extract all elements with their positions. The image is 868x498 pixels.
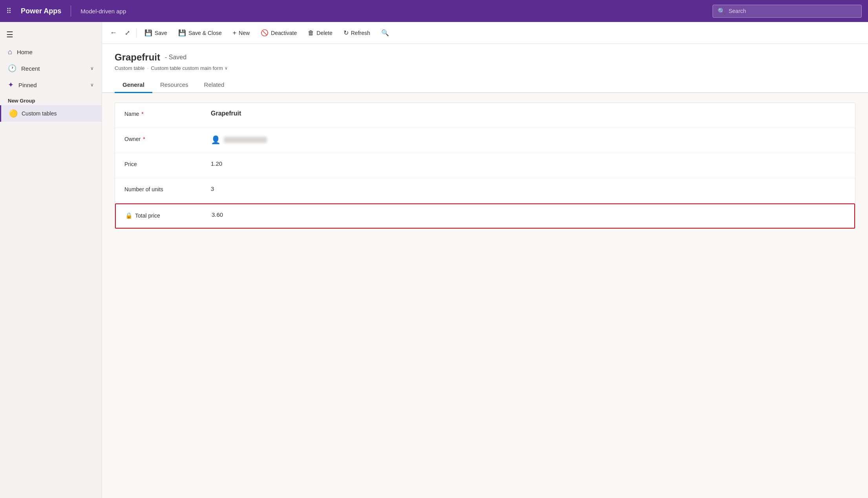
search-bar[interactable]: 🔍 [713, 5, 862, 18]
sidebar-item-pinned[interactable]: ✦ Pinned ∨ [0, 77, 102, 93]
form-row-owner: Owner* 👤 [115, 128, 855, 153]
owner-label: Owner* [124, 135, 211, 142]
save-close-icon: 💾 [178, 29, 186, 37]
form-row-price: Price 1.20 [115, 153, 855, 178]
total-price-label: 🔒 Total price [125, 211, 212, 219]
deactivate-label: Deactivate [271, 30, 297, 36]
breadcrumb-form-label: Custom table custom main form [151, 65, 223, 71]
refresh-button[interactable]: ↻ Refresh [339, 27, 375, 39]
deactivate-button[interactable]: 🚫 Deactivate [256, 27, 302, 39]
search-input[interactable] [729, 8, 857, 14]
back-button[interactable]: ← [107, 26, 120, 39]
user-icon: 👤 [211, 135, 221, 145]
form-area: Name* Grapefruit Owner* 👤 Price [102, 93, 868, 498]
divider [71, 5, 71, 16]
units-label: Number of units [124, 185, 211, 192]
breadcrumb: Custom table · Custom table custom main … [115, 65, 855, 71]
form-row-total-price: 🔒 Total price 3.60 [115, 203, 855, 229]
record-title: Grapefruit [115, 52, 160, 63]
new-group-title: New Group [0, 93, 102, 105]
name-label: Name* [124, 110, 211, 117]
price-label: Price [124, 160, 211, 167]
record-saved-status: - Saved [165, 54, 186, 61]
custom-table-emoji: 🟡 [9, 109, 18, 118]
share-button[interactable]: ⤢ [122, 27, 133, 39]
form-card: Name* Grapefruit Owner* 👤 Price [115, 103, 855, 229]
tab-general[interactable]: General [115, 77, 152, 93]
new-button[interactable]: + New [228, 27, 254, 39]
breadcrumb-sep: · [147, 65, 149, 71]
tab-related[interactable]: Related [196, 77, 232, 93]
new-label: New [239, 30, 250, 36]
search-cmd-icon: 🔍 [381, 29, 389, 37]
sidebar-item-recent[interactable]: 🕐 Recent ∨ [0, 60, 102, 77]
refresh-icon: ↻ [344, 29, 349, 37]
name-value[interactable]: Grapefruit [211, 110, 241, 117]
deactivate-icon: 🚫 [261, 29, 269, 37]
owner-value[interactable]: 👤 [211, 135, 267, 145]
sidebar-item-home[interactable]: ⌂ Home [0, 44, 102, 60]
content-area: ← ⤢ 💾 Save 💾 Save & Close + New 🚫 Deacti… [102, 22, 868, 498]
tabs-bar: General Resources Related [102, 77, 868, 93]
search-icon: 🔍 [718, 7, 725, 15]
save-button[interactable]: 💾 Save [140, 27, 172, 39]
app-subtitle: Model-driven app [80, 8, 126, 15]
sidebar-item-custom-tables[interactable]: 🟡 Custom tables [0, 105, 102, 122]
record-title-row: Grapefruit - Saved [115, 52, 855, 63]
save-close-label: Save & Close [188, 30, 222, 36]
chevron-down-icon: ∨ [90, 66, 94, 71]
save-icon: 💾 [144, 29, 152, 37]
breadcrumb-form-dropdown[interactable]: Custom table custom main form ∨ [151, 65, 228, 71]
required-indicator: * [141, 111, 143, 117]
sidebar-home-label: Home [17, 49, 94, 55]
save-label: Save [155, 30, 167, 36]
price-value[interactable]: 1.20 [211, 160, 222, 167]
save-close-button[interactable]: 💾 Save & Close [174, 27, 227, 39]
waffle-icon[interactable]: ⠿ [6, 7, 11, 15]
custom-tables-label: Custom tables [22, 110, 57, 117]
home-icon: ⌂ [8, 48, 12, 56]
search-command-button[interactable]: 🔍 [376, 27, 394, 39]
sidebar: ☰ ⌂ Home 🕐 Recent ∨ ✦ Pinned ∨ New Group… [0, 22, 102, 498]
sidebar-toggle[interactable]: ☰ [0, 25, 102, 44]
command-bar: ← ⤢ 💾 Save 💾 Save & Close + New 🚫 Deacti… [102, 22, 868, 44]
tab-resources[interactable]: Resources [152, 77, 196, 93]
chevron-down-icon: ∨ [90, 82, 94, 88]
chevron-down-icon: ∨ [225, 66, 228, 71]
required-indicator: * [143, 136, 145, 142]
form-row-units: Number of units 3 [115, 178, 855, 203]
top-bar: ⠿ Power Apps Model-driven app 🔍 [0, 0, 868, 22]
form-row-name: Name* Grapefruit [115, 103, 855, 128]
new-icon: + [233, 29, 236, 37]
sidebar-recent-label: Recent [21, 65, 86, 72]
total-price-value: 3.60 [212, 211, 223, 218]
owner-name-blurred [224, 137, 267, 143]
units-value[interactable]: 3 [211, 185, 214, 192]
separator [136, 28, 137, 38]
pinned-icon: ✦ [8, 81, 14, 89]
recent-icon: 🕐 [8, 64, 16, 73]
delete-label: Delete [316, 30, 332, 36]
delete-icon: 🗑 [308, 29, 314, 37]
refresh-label: Refresh [351, 30, 370, 36]
record-header: Grapefruit - Saved Custom table · Custom… [102, 44, 868, 77]
breadcrumb-table: Custom table [115, 65, 145, 71]
sidebar-pinned-label: Pinned [18, 82, 86, 88]
app-name: Power Apps [21, 7, 61, 15]
main-layout: ☰ ⌂ Home 🕐 Recent ∨ ✦ Pinned ∨ New Group… [0, 22, 868, 498]
lock-icon: 🔒 [125, 212, 133, 219]
delete-button[interactable]: 🗑 Delete [303, 27, 337, 39]
